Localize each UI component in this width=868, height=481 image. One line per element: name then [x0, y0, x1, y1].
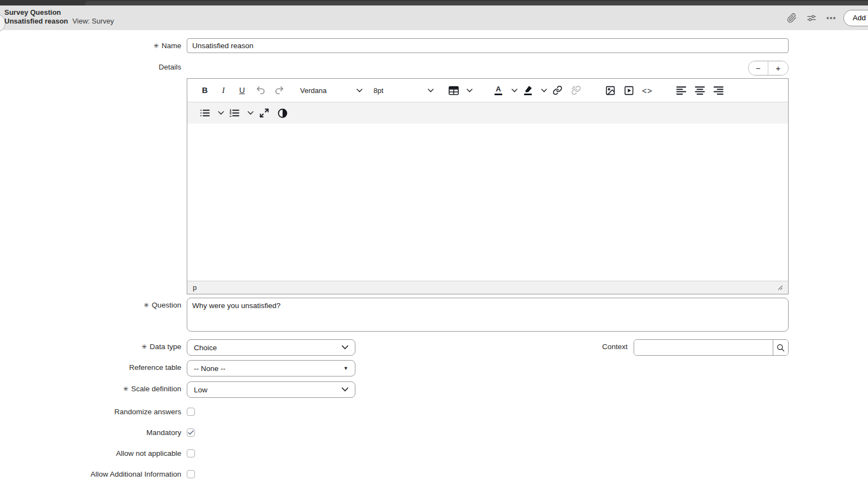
mandatory-label: Mandatory	[0, 428, 181, 437]
undo-button[interactable]	[253, 82, 268, 98]
data-type-label: Data type	[150, 343, 181, 351]
insert-link-button[interactable]	[550, 82, 565, 98]
chevron-down-icon[interactable]	[245, 105, 255, 121]
name-input[interactable]	[187, 38, 789, 53]
allow-not-applicable-checkbox[interactable]	[187, 449, 195, 457]
question-label: Question	[152, 301, 181, 309]
add-to-questionnaire-button[interactable]: Add To Q	[843, 10, 868, 26]
scale-definition-select[interactable]: Low	[187, 381, 355, 398]
align-right-button[interactable]	[711, 82, 726, 98]
bold-button[interactable]: B	[197, 82, 212, 98]
details-richtext-editor: B I U Verdana 8pt A	[187, 78, 789, 294]
context-input[interactable]	[634, 340, 773, 355]
editor-zoom-controls: − +	[748, 61, 789, 76]
reference-table-select[interactable]: -- None -- ▼	[187, 360, 355, 376]
scale-definition-label: Scale definition	[131, 385, 181, 393]
context-reference-field	[634, 339, 789, 356]
zoom-out-button[interactable]: −	[749, 61, 768, 75]
remove-link-button[interactable]	[568, 82, 584, 98]
chevron-down-icon[interactable]	[539, 82, 549, 98]
table-button[interactable]	[446, 82, 461, 98]
reference-table-label: Reference table	[129, 363, 181, 372]
browser-tab	[85, 1, 868, 5]
details-label: Details	[159, 63, 181, 71]
allow-additional-information-checkbox[interactable]	[187, 470, 195, 478]
contrast-button[interactable]	[275, 105, 290, 121]
context-label: Context	[602, 339, 628, 351]
chevron-down-icon[interactable]	[464, 82, 474, 98]
chevron-down-icon[interactable]	[216, 105, 226, 121]
browser-tab-bar	[0, 0, 868, 5]
survey-question-form: ✳Name Details − + B I U Verdana	[0, 30, 868, 481]
randomize-answers-label: Randomize answers	[0, 408, 181, 416]
more-actions-icon[interactable]: •••	[824, 10, 839, 26]
editor-content-area[interactable]	[187, 124, 788, 281]
randomize-answers-checkbox[interactable]	[187, 408, 195, 416]
attachment-icon[interactable]	[784, 10, 800, 26]
font-size-select[interactable]: 8pt	[371, 82, 436, 98]
zoom-in-button[interactable]: +	[768, 61, 788, 75]
question-textarea[interactable]: Why were you unsatisfied?	[187, 298, 789, 332]
mandatory-checkbox[interactable]	[187, 428, 195, 437]
highlight-color-button[interactable]	[520, 82, 536, 98]
chevron-down-icon	[342, 387, 348, 392]
chevron-down-icon	[357, 89, 363, 92]
resize-handle-icon[interactable]	[778, 285, 783, 290]
required-icon: ✳	[143, 302, 149, 309]
fullscreen-button[interactable]	[256, 105, 272, 121]
allow-not-applicable-label: Allow not applicable	[0, 449, 181, 457]
allow-additional-information-label: Allow Additional Information	[0, 470, 181, 478]
page-title: Survey Question	[4, 8, 114, 17]
redo-button[interactable]	[272, 82, 287, 98]
record-title: Unsatisfied reason	[4, 17, 68, 25]
underline-button[interactable]: U	[234, 82, 250, 98]
element-path: p	[193, 283, 197, 292]
name-label: Name	[162, 42, 181, 50]
context-lookup-button[interactable]	[773, 340, 788, 355]
personalize-form-icon[interactable]	[804, 10, 819, 26]
font-family-select[interactable]: Verdana	[298, 82, 365, 98]
source-code-button[interactable]: <>	[640, 82, 655, 98]
view-label: View: Survey	[72, 17, 114, 25]
editor-toolbar-row1: B I U Verdana 8pt A	[187, 79, 788, 102]
title-block: Survey Question Unsatisfied reasonView: …	[4, 8, 114, 26]
required-icon: ✳	[153, 42, 159, 50]
bullet-list-button[interactable]	[197, 105, 212, 121]
data-type-select[interactable]: Choice	[187, 339, 355, 356]
editor-toolbar-row2	[187, 102, 788, 124]
italic-button[interactable]: I	[216, 82, 231, 98]
dropdown-arrow-icon: ▼	[343, 366, 348, 371]
align-center-button[interactable]	[692, 82, 708, 98]
required-icon: ✳	[141, 343, 147, 351]
insert-media-button[interactable]	[621, 82, 636, 98]
chevron-down-icon	[428, 89, 434, 92]
chevron-down-icon	[342, 345, 348, 350]
insert-image-button[interactable]	[602, 82, 618, 98]
numbered-list-button[interactable]	[227, 105, 242, 121]
chevron-down-icon[interactable]	[509, 82, 519, 98]
search-icon	[777, 344, 785, 352]
form-header: Survey Question Unsatisfied reasonView: …	[0, 5, 868, 30]
align-left-button[interactable]	[674, 82, 689, 98]
required-icon: ✳	[123, 385, 128, 393]
editor-status-bar: p	[187, 281, 788, 294]
text-color-button[interactable]: A	[491, 82, 506, 98]
